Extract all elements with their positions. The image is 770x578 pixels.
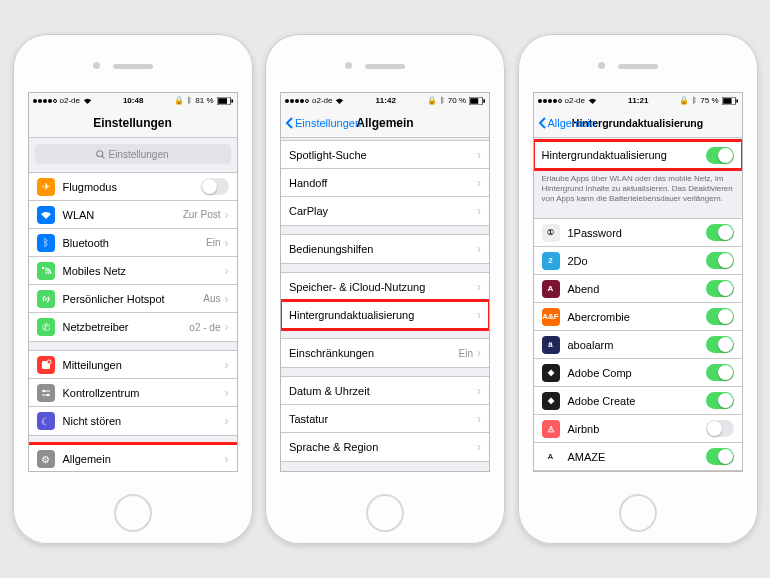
settings-row-kontrollzentrum[interactable]: Kontrollzentrum › — [29, 379, 237, 407]
toggle[interactable] — [706, 392, 734, 409]
back-button[interactable]: Einstellungen — [285, 108, 361, 137]
settings-row-flugmodus[interactable]: ✈︎ Flugmodus — [29, 173, 237, 201]
settings-row-mitteilungen[interactable]: Mitteilungen › — [29, 351, 237, 379]
link-icon — [37, 290, 55, 308]
chevron-right-icon: › — [225, 358, 229, 372]
toggle[interactable] — [706, 252, 734, 269]
row-value: Ein — [206, 237, 220, 248]
general-row-bedienungshilfen[interactable]: Bedienungshilfen › — [281, 235, 489, 263]
app-row-1password[interactable]: ① 1Password — [534, 219, 742, 247]
chevron-right-icon: › — [477, 346, 481, 360]
carrier-label: o2-de — [60, 96, 80, 105]
content[interactable]: Spotlight-Suche › Handoff › CarPlay › Be… — [281, 138, 489, 471]
toggle[interactable] — [706, 448, 734, 465]
home-button[interactable] — [366, 494, 404, 532]
toggle[interactable] — [706, 308, 734, 325]
general-row-speicher-icloud-nutzung[interactable]: Speicher- & iCloud-Nutzung › — [281, 273, 489, 301]
svg-line-4 — [102, 156, 104, 158]
settings-row-netzbetreiber[interactable]: ✆ Netzbetreiber o2 - de› — [29, 313, 237, 341]
content[interactable]: Einstellungen ✈︎ Flugmodus WLAN Zur Post… — [29, 138, 237, 471]
highlight-allgemein: ⚙︎ Allgemein › — [29, 444, 237, 471]
general-row-tastatur[interactable]: Tastatur › — [281, 405, 489, 433]
signal-dots — [33, 99, 57, 103]
app-row-adobe-comp[interactable]: ◆ Adobe Comp — [534, 359, 742, 387]
master-toggle-row[interactable]: Hintergrundaktualisierung — [534, 141, 742, 169]
general-row-datum-uhrzeit[interactable]: Datum & Uhrzeit › — [281, 377, 489, 405]
ctrl-icon — [37, 384, 55, 402]
toggle[interactable] — [201, 178, 229, 195]
svg-rect-13 — [470, 98, 478, 104]
settings-row-bluetooth[interactable]: ᛒ Bluetooth Ein› — [29, 229, 237, 257]
app-row-aboalarm[interactable]: ä aboalarm — [534, 331, 742, 359]
general-row-spotlight-suche[interactable]: Spotlight-Suche › — [281, 141, 489, 169]
row-label: Nicht stören — [63, 415, 225, 427]
settings-row-mobiles-netz[interactable]: Mobiles Netz › — [29, 257, 237, 285]
back-button[interactable]: Allgemein — [538, 108, 596, 137]
chevron-right-icon: › — [225, 320, 229, 334]
general-row-handoff[interactable]: Handoff › — [281, 169, 489, 197]
row-label: Datum & Uhrzeit — [289, 385, 477, 397]
row-value: Aus — [203, 293, 220, 304]
app-icon: ◬ — [542, 420, 560, 438]
nav-bar: Allgemein Hintergrundaktualisierung — [534, 108, 742, 138]
row-label: 2Do — [568, 255, 706, 267]
row-label: Einschränkungen — [289, 347, 459, 359]
chevron-left-icon — [538, 117, 546, 129]
toggle[interactable] — [706, 280, 734, 297]
wifi-icon — [83, 97, 92, 105]
chevron-left-icon — [285, 117, 293, 129]
app-row-abercrombie[interactable]: A&F Abercrombie — [534, 303, 742, 331]
general-row-hintergrundaktualisierung[interactable]: Hintergrundaktualisierung › — [281, 301, 489, 329]
row-label: Spotlight-Suche — [289, 149, 477, 161]
chevron-right-icon: › — [477, 242, 481, 256]
toggle[interactable] — [706, 364, 734, 381]
row-label: Abend — [568, 283, 706, 295]
svg-rect-1 — [218, 98, 227, 104]
app-icon: A&F — [542, 308, 560, 326]
row-label: Kontrollzentrum — [63, 387, 225, 399]
app-row-amaze[interactable]: A AMAZE — [534, 443, 742, 471]
settings-row-pers-nlicher-hotspot[interactable]: Persönlicher Hotspot Aus› — [29, 285, 237, 313]
svg-point-3 — [97, 150, 103, 156]
app-icon: ◆ — [542, 364, 560, 382]
toggle[interactable] — [706, 224, 734, 241]
phone-frame-1: o2-de 10:48 🔒 ᛒ 81 % Einstellungen Einst… — [13, 34, 253, 544]
row-label: Hintergrundaktualisierung — [289, 309, 477, 321]
wifi-icon — [37, 206, 55, 224]
page-title: Einstellungen — [93, 116, 172, 130]
settings-row-wlan[interactable]: WLAN Zur Post› — [29, 201, 237, 229]
search-field[interactable]: Einstellungen — [35, 144, 231, 164]
toggle[interactable] — [706, 420, 734, 437]
row-label: aboalarm — [568, 339, 706, 351]
row-label: CarPlay — [289, 205, 477, 217]
app-row-abend[interactable]: A Abend — [534, 275, 742, 303]
svg-rect-2 — [231, 99, 233, 102]
row-value: Zur Post — [183, 209, 221, 220]
chevron-right-icon: › — [477, 280, 481, 294]
app-row-2do[interactable]: 2 2Do — [534, 247, 742, 275]
chevron-right-icon: › — [477, 412, 481, 426]
general-row-carplay[interactable]: CarPlay › — [281, 197, 489, 225]
settings-row-allgemein[interactable]: ⚙︎ Allgemein › — [29, 445, 237, 471]
toggle[interactable] — [706, 336, 734, 353]
app-icon: ① — [542, 224, 560, 242]
home-button[interactable] — [619, 494, 657, 532]
footer-note: Erlaube Apps über WLAN oder das mobile N… — [534, 170, 742, 210]
row-label: WLAN — [63, 209, 183, 221]
battery-icon — [217, 97, 233, 105]
app-row-airbnb[interactable]: ◬ Airbnb — [534, 415, 742, 443]
content[interactable]: Hintergrundaktualisierung Erlaube Apps ü… — [534, 138, 742, 471]
general-row-einschr-nkungen[interactable]: Einschränkungen Ein› — [281, 339, 489, 367]
chevron-right-icon: › — [225, 292, 229, 306]
home-button[interactable] — [114, 494, 152, 532]
settings-row-nicht-st-ren[interactable]: ☾ Nicht stören › — [29, 407, 237, 435]
general-row-sprache-region[interactable]: Sprache & Region › — [281, 433, 489, 461]
page-title: Allgemein — [356, 116, 413, 130]
phone-frame-3: o2-de 11:21 🔒ᛒ 75 % Allgemein Hintergrun… — [518, 34, 758, 544]
app-row-adobe-create[interactable]: ◆ Adobe Create — [534, 387, 742, 415]
row-label: Sprache & Region — [289, 441, 477, 453]
row-label: Mobiles Netz — [63, 265, 225, 277]
chevron-right-icon: › — [225, 236, 229, 250]
toggle[interactable] — [706, 147, 734, 164]
clock: 11:21 — [600, 96, 676, 105]
